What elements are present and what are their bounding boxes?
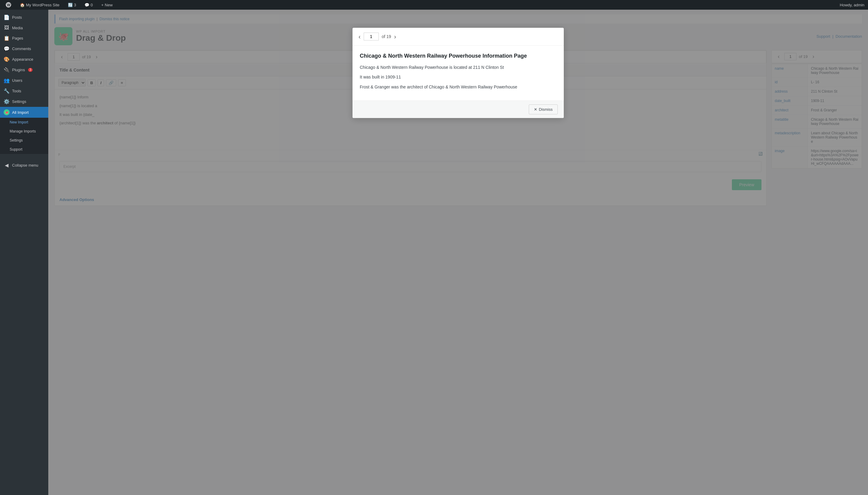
- users-icon: 👥: [4, 78, 10, 83]
- sidebar-item-plugins[interactable]: 🔌 Plugins 3: [0, 65, 48, 75]
- svg-text:W: W: [7, 3, 11, 7]
- dismiss-button[interactable]: ✕ Dismiss: [529, 104, 558, 114]
- modal-para-3: Frost & Granger was the architect of Chi…: [360, 84, 557, 90]
- modal-total: of 19: [382, 34, 391, 39]
- collapse-label: Collapse menu: [12, 163, 38, 168]
- support-label: Support: [10, 147, 22, 152]
- wp-logo[interactable]: W: [4, 0, 13, 10]
- modal-prev-btn[interactable]: ‹: [359, 33, 361, 40]
- all-import-submenu: New Import Manage Imports Settings Suppo…: [0, 118, 48, 154]
- dismiss-label: Dismiss: [539, 107, 553, 112]
- sidebar-item-tools[interactable]: 🔧 Tools: [0, 86, 48, 96]
- sidebar-item-settings[interactable]: ⚙️ Settings: [0, 96, 48, 107]
- sidebar-item-label: Comments: [12, 47, 31, 51]
- sidebar-item-media[interactable]: 🖼 Media: [0, 23, 48, 33]
- media-icon: 🖼: [4, 25, 10, 31]
- modal-next-btn[interactable]: ›: [394, 33, 396, 40]
- new-import-label: New Import: [10, 120, 28, 124]
- new-content-link[interactable]: + New: [99, 0, 115, 10]
- sidebar-item-label: All Import: [12, 110, 29, 115]
- modal-title: Chicago & North Western Railway Powerhou…: [360, 53, 557, 59]
- dismiss-x-icon: ✕: [534, 107, 537, 112]
- collapse-icon: ◀: [4, 163, 10, 168]
- settings-label: Settings: [10, 138, 23, 142]
- preview-modal: ‹ of 19 › Chicago & North Western Railwa…: [352, 28, 564, 118]
- modal-para-2: It was built in 1909-11: [360, 74, 557, 80]
- manage-imports-label: Manage Imports: [10, 129, 36, 133]
- howdy-text: Howdy, admin: [840, 3, 864, 7]
- main-content: Flash importing plugin | Dismiss this no…: [48, 10, 868, 495]
- sidebar-item-label: Media: [12, 25, 23, 30]
- modal-para-1: Chicago & North Western Railway Powerhou…: [360, 64, 557, 71]
- posts-icon: 📄: [4, 15, 10, 20]
- collapse-menu-button[interactable]: ◀ Collapse menu: [0, 160, 48, 171]
- modal-page-input[interactable]: [364, 33, 379, 40]
- sidebar-item-label: Pages: [12, 36, 23, 40]
- sidebar-item-label: Users: [12, 78, 22, 83]
- appearance-icon: 🎨: [4, 56, 10, 62]
- modal-header: ‹ of 19 ›: [352, 28, 564, 46]
- site-name-link[interactable]: 🏠 My WordPress Site: [18, 0, 61, 10]
- modal-body: Chicago & North Western Railway Powerhou…: [352, 46, 564, 101]
- all-import-icon: 🐙: [4, 109, 10, 115]
- comments-link[interactable]: 💬 0: [83, 0, 94, 10]
- sidebar-item-label: Tools: [12, 89, 21, 93]
- sidebar-item-pages[interactable]: 📋 Pages: [0, 33, 48, 44]
- sidebar-support[interactable]: Support: [0, 145, 48, 154]
- sidebar-item-label: Posts: [12, 15, 22, 20]
- sidebar-manage-imports[interactable]: Manage Imports: [0, 127, 48, 136]
- sidebar-item-label: Plugins: [12, 68, 25, 72]
- sidebar-item-posts[interactable]: 📄 Posts: [0, 12, 48, 23]
- sidebar-item-label: Settings: [12, 99, 26, 104]
- sidebar-item-all-import[interactable]: 🐙 All Import: [0, 107, 48, 118]
- comments-icon: 💬: [4, 46, 10, 52]
- sidebar-settings[interactable]: Settings: [0, 136, 48, 145]
- tools-icon: 🔧: [4, 88, 10, 94]
- plugins-icon: 🔌: [4, 67, 10, 73]
- sidebar-item-users[interactable]: 👥 Users: [0, 75, 48, 86]
- modal-nav: ‹ of 19 ›: [359, 33, 396, 40]
- admin-sidebar: 📄 Posts 🖼 Media 📋 Pages 💬 Comments 🎨 App…: [0, 10, 48, 495]
- sidebar-item-label: Appearance: [12, 57, 33, 62]
- plugins-badge: 3: [28, 68, 33, 72]
- sidebar-new-import[interactable]: New Import: [0, 118, 48, 127]
- sidebar-item-appearance[interactable]: 🎨 Appearance: [0, 54, 48, 65]
- sidebar-item-comments[interactable]: 💬 Comments: [0, 44, 48, 54]
- updates-link[interactable]: 🔄 3: [66, 0, 78, 10]
- modal-overlay: ‹ of 19 › Chicago & North Western Railwa…: [48, 10, 868, 495]
- admin-bar: W 🏠 My WordPress Site 🔄 3 💬 0 + New Howd…: [0, 0, 868, 10]
- settings-icon: ⚙️: [4, 99, 10, 104]
- pages-icon: 📋: [4, 35, 10, 41]
- modal-footer: ✕ Dismiss: [352, 101, 564, 118]
